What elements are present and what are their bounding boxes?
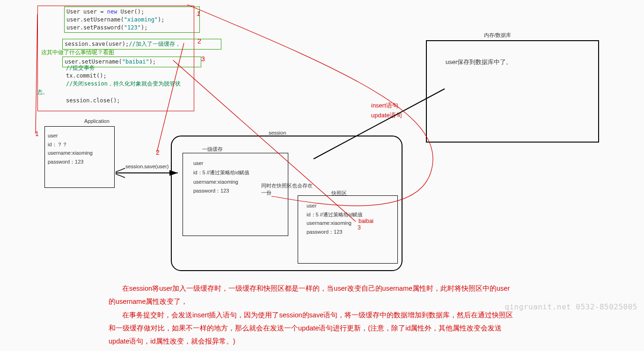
db-title: 内存/数据库 xyxy=(484,32,511,39)
comment-wrap: 态。 xyxy=(37,88,48,96)
code-text: user.setUsername( xyxy=(66,16,124,23)
field: username:xiaoming xyxy=(193,178,249,187)
string: "xiaoming" xyxy=(124,16,158,23)
field: password：123 xyxy=(193,186,249,196)
code-text: tx.commit(); xyxy=(38,72,194,80)
para2a: 在事务提交时，会发送insert插入语句，因为使用了session的save语句… xyxy=(109,308,570,322)
watermark: qingruanit.net 0532-85025005 xyxy=(505,302,637,311)
comment: //关闭session，持久化对象就会变为脱管状 xyxy=(38,80,194,88)
sql-update: update语句 xyxy=(371,111,402,121)
field: username:xiaoming xyxy=(307,219,363,228)
app-fields: user id：？？ username:xiaoming password：12… xyxy=(48,131,93,166)
label-3: 3 xyxy=(201,55,205,63)
snippet-1: User user = new User(); user.setUsername… xyxy=(64,7,200,33)
sql-insert: insert语句 xyxy=(371,101,402,111)
field: user xyxy=(193,159,249,168)
field: id：5 //通过策略给id赋值 xyxy=(307,210,363,219)
green-note: 这其中做了什么事情呢？看图 xyxy=(41,49,114,57)
label-1b: 1 xyxy=(35,130,39,137)
para2c: update语句，id属性改变，就会报异常。) xyxy=(109,335,570,348)
svg-line-5 xyxy=(116,168,125,172)
bottom-explanation: 在session将user加入一级缓存时，一级缓存和快照区都是一样的，当user… xyxy=(109,282,570,348)
db-text: user保存到数据库中了。 xyxy=(446,58,512,66)
field: id：？？ xyxy=(48,140,93,149)
snippet-3: user.setUsername("baibai"); xyxy=(62,57,201,67)
svg-line-4 xyxy=(116,174,125,178)
field: user xyxy=(48,131,93,140)
snapshot-fields: user id：5 //通过策略给id赋值 username:xiaoming … xyxy=(307,201,363,236)
kw-new: new xyxy=(107,8,117,15)
field: password：123 xyxy=(307,228,363,236)
label-2b: 2 xyxy=(156,149,160,156)
code-text: user.setPassword( xyxy=(66,24,124,31)
para2b: 和一级缓存做对比，如果不一样的地方，那么就会在发送一个update语句进行更新，… xyxy=(109,322,570,335)
db-box: user保存到数据库中了。 xyxy=(426,40,599,143)
code-text: user.setUsername( xyxy=(65,58,122,65)
app-box: user id：？？ username:xiaoming password：12… xyxy=(44,126,115,188)
code-text: session.save(user); xyxy=(65,41,129,47)
app-title: Application xyxy=(84,118,110,124)
code-text: ); xyxy=(141,24,147,31)
code-text: User(); xyxy=(117,8,144,15)
label-1: 1 xyxy=(197,9,200,17)
field: username:xiaoming xyxy=(48,149,93,158)
para1b: 的username属性改变了， xyxy=(109,295,570,308)
code-block: User user = new User(); user.setUsername… xyxy=(37,6,194,111)
comment: //加入了一级缓存， xyxy=(129,41,180,47)
label-2: 2 xyxy=(198,37,201,45)
code-text: ); xyxy=(149,58,156,65)
code-text: session.close(); xyxy=(38,97,194,105)
code-text: ); xyxy=(158,16,164,23)
code-text: User user = xyxy=(66,8,107,15)
save-text: session.save(user) xyxy=(125,164,168,169)
field: id：5 //通过策略给id赋值 xyxy=(193,168,249,178)
sql-text: insert语句 update语句 xyxy=(371,101,402,121)
mid-note: 同时在快照区也会存在一份 xyxy=(261,182,317,197)
para1a: 在session将user加入一级缓存时，一级缓存和快照区都是一样的，当user… xyxy=(109,282,570,295)
session-title: session xyxy=(269,130,286,136)
cache-fields: user id：5 //通过策略给id赋值 username:xiaoming … xyxy=(193,159,249,196)
field: user xyxy=(307,201,363,210)
string: "baibai" xyxy=(122,58,149,65)
field: password：123 xyxy=(48,158,93,166)
snapshot-box: user id：5 //通过策略给id赋值 username:xiaoming … xyxy=(298,195,398,264)
cache-title: 一级缓存 xyxy=(202,146,223,153)
string: "123" xyxy=(124,24,141,31)
